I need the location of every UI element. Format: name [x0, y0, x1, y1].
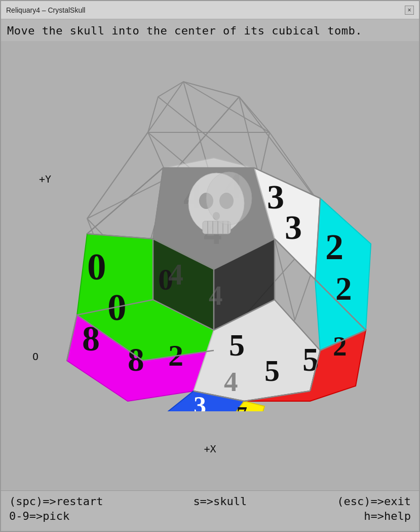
svg-text:3: 3	[194, 391, 206, 411]
title-bar: Reliquary4 – CrystalSkull ×	[1, 1, 419, 19]
svg-text:5: 5	[229, 328, 245, 362]
status-bar: (spc)=>restart 0-9=>pick s=>skull (esc)=…	[1, 490, 419, 531]
help-shortcut: h=>help	[364, 510, 411, 522]
svg-text:7: 7	[237, 403, 247, 411]
pick-shortcut: 0-9=>pick	[9, 510, 103, 522]
exit-shortcut: (esc)=>exit	[337, 495, 411, 508]
svg-point-67	[206, 172, 252, 225]
status-center-section: s=>skull	[193, 495, 247, 508]
svg-text:4: 4	[224, 366, 238, 397]
close-button[interactable]: ×	[405, 6, 414, 15]
status-right-section: (esc)=>exit h=>help	[337, 495, 411, 522]
svg-text:4: 4	[209, 280, 223, 311]
instruction-text: Move the skull into the center of its cu…	[1, 19, 419, 41]
svg-text:5: 5	[264, 354, 280, 387]
svg-line-75	[87, 168, 163, 234]
svg-text:0: 0	[87, 245, 106, 288]
skull-shortcut: s=>skull	[193, 495, 247, 508]
svg-text:4: 4	[168, 258, 183, 291]
svg-line-5	[183, 82, 270, 132]
window-title: Reliquary4 – CrystalSkull	[6, 6, 85, 14]
game-canvas[interactable]: 4 4 4 3 3 2 2 0	[26, 66, 391, 411]
svg-text:3: 3	[285, 208, 302, 246]
svg-text:2: 2	[325, 227, 343, 267]
main-window: Reliquary4 – CrystalSkull × Move the sku…	[0, 0, 420, 532]
svg-text:2: 2	[333, 331, 347, 362]
status-left-section: (spc)=>restart 0-9=>pick	[9, 495, 103, 522]
svg-line-10	[87, 132, 148, 219]
game-area: +Y O +Z	[1, 41, 419, 490]
restart-shortcut: (spc)=>restart	[9, 495, 103, 508]
axis-x-label: +X	[204, 443, 216, 455]
svg-text:3: 3	[267, 178, 284, 216]
